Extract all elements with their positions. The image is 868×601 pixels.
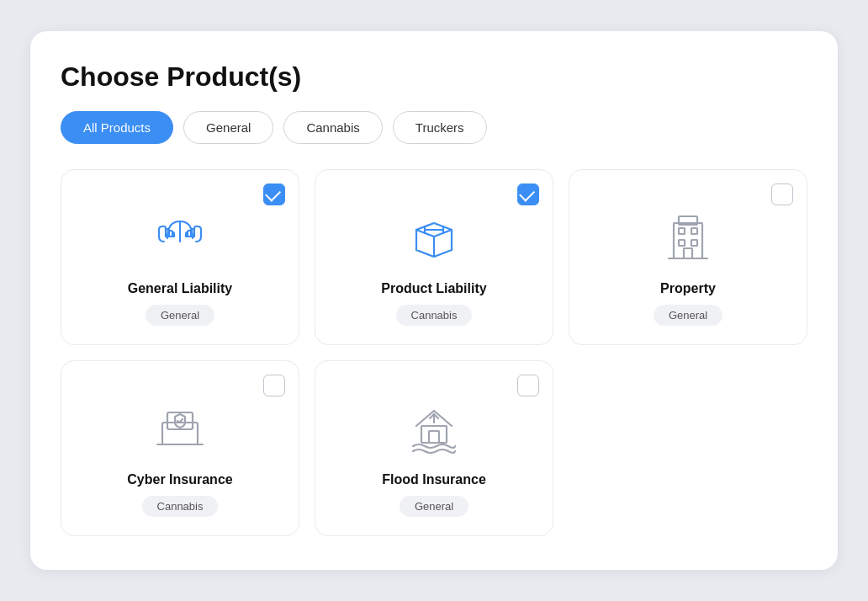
products-grid: General LiabilityGeneral Product Liabili…	[61, 169, 807, 536]
product-tag-general-liability: General	[146, 305, 214, 326]
filter-btn-general[interactable]: General	[183, 111, 273, 144]
product-name-property: Property	[660, 281, 716, 296]
product-card-property: PropertyGeneral	[569, 169, 807, 345]
product-card-product-liability: Product LiabilityCannabis	[315, 169, 553, 345]
building-icon	[654, 202, 722, 269]
laptop-shield-icon	[146, 393, 214, 460]
shield-hands-icon	[146, 202, 214, 269]
filter-btn-cannabis[interactable]: Cannabis	[283, 111, 382, 144]
product-name-product-liability: Product Liability	[381, 281, 486, 296]
product-tag-flood-insurance: General	[400, 496, 468, 517]
product-checkbox-cyber-insurance[interactable]	[263, 375, 285, 396]
filter-btn-truckers[interactable]: Truckers	[393, 111, 487, 144]
svg-rect-18	[421, 426, 447, 443]
flood-house-icon	[400, 393, 468, 460]
product-checkbox-property[interactable]	[771, 183, 793, 205]
product-name-general-liability: General Liability	[128, 281, 232, 296]
svg-rect-13	[684, 248, 692, 258]
product-tag-property: General	[654, 305, 722, 326]
page-title: Choose Product(s)	[61, 61, 807, 93]
product-card-cyber-insurance: Cyber InsuranceCannabis	[61, 360, 299, 536]
product-chooser-panel: Choose Product(s) All ProductsGeneralCan…	[30, 31, 838, 570]
svg-rect-9	[679, 228, 685, 234]
product-tag-product-liability: Cannabis	[396, 305, 473, 326]
product-checkbox-general-liability[interactable]	[263, 183, 285, 205]
svg-rect-10	[691, 228, 697, 234]
svg-rect-19	[429, 431, 439, 443]
product-name-flood-insurance: Flood Insurance	[382, 472, 486, 487]
product-card-flood-insurance: Flood InsuranceGeneral	[315, 360, 553, 536]
product-name-cyber-insurance: Cyber Insurance	[127, 472, 232, 487]
product-checkbox-flood-insurance[interactable]	[517, 375, 539, 396]
svg-rect-11	[679, 240, 685, 246]
product-checkbox-product-liability[interactable]	[517, 183, 539, 205]
svg-rect-12	[691, 240, 697, 246]
filter-btn-all[interactable]: All Products	[61, 111, 173, 144]
product-card-general-liability: General LiabilityGeneral	[61, 169, 299, 345]
filter-row: All ProductsGeneralCannabisTruckers	[61, 111, 807, 144]
box-icon	[400, 202, 468, 269]
product-tag-cyber-insurance: Cannabis	[142, 496, 219, 517]
